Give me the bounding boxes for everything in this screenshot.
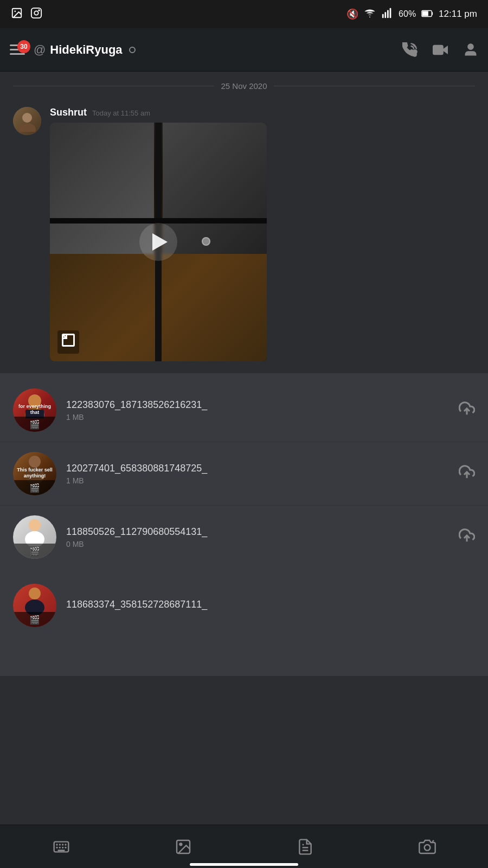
file-list: for everything that 🎬 122383076_18713852…: [0, 373, 488, 574]
film-icon: 🎬: [29, 483, 40, 493]
svg-rect-6: [382, 14, 384, 17]
image-icon: [11, 7, 23, 22]
svg-rect-11: [432, 12, 433, 15]
file-name: 122383076_187138526216231_: [66, 399, 449, 411]
call-icon[interactable]: [402, 42, 418, 58]
top-bar-actions: [402, 42, 478, 58]
signal-icon: [381, 7, 393, 22]
upload-button[interactable]: [459, 527, 475, 547]
nav-indicator: [190, 863, 298, 866]
file-info: 118850526_112790680554131_ 0 MB: [66, 526, 449, 548]
message-header: Sushrut Today at 11:55 am: [50, 107, 475, 118]
svg-point-17: [18, 123, 36, 132]
video-call-icon[interactable]: [433, 42, 448, 58]
battery-icon: [421, 9, 433, 20]
message-content: Sushrut Today at 11:55 am: [50, 107, 475, 361]
upload-button[interactable]: [459, 464, 475, 484]
mute-icon: 🔇: [346, 8, 358, 20]
file-info: 120277401_658380881748725_ 1 MB: [66, 463, 449, 485]
play-triangle-icon: [152, 233, 168, 251]
svg-point-1: [14, 10, 16, 12]
thumb-overlay: 🎬: [13, 480, 56, 495]
svg-point-4: [38, 10, 40, 11]
status-bar-left: [11, 7, 42, 22]
avatar-image: [13, 107, 41, 135]
file-thumbnail: for everything that 🎬: [13, 388, 56, 432]
thumb-overlay: 🎬: [13, 612, 56, 627]
play-button[interactable]: [139, 223, 177, 261]
message-time: Today at 11:55 am: [92, 109, 150, 117]
camera-button[interactable]: [411, 831, 444, 863]
file-info: 118683374_358152728687111_: [66, 599, 475, 612]
online-dot: [129, 47, 136, 53]
file-item[interactable]: This fucker sell anything! 🎬 120277401_6…: [0, 442, 488, 506]
thumb-overlay: 🎬: [13, 417, 56, 432]
file-name: 118683374_358152728687111_: [66, 599, 475, 610]
svg-point-24: [29, 456, 41, 468]
svg-point-3: [34, 11, 38, 15]
top-bar: 30 @ HidekiRyuga: [0, 28, 488, 72]
file-size: 0 MB: [66, 540, 449, 548]
date-label: 25 Nov 2020: [221, 81, 267, 91]
svg-line-45: [432, 840, 434, 842]
svg-point-5: [369, 16, 370, 17]
film-icon: 🎬: [29, 615, 40, 625]
thumb-caption: for everything that: [13, 404, 56, 416]
svg-rect-7: [384, 12, 386, 18]
external-link-icon[interactable]: [57, 330, 79, 354]
file-size: 1 MB: [66, 476, 449, 485]
avatar: [13, 107, 41, 135]
film-icon: 🎬: [29, 546, 40, 557]
divider-line-left: [13, 86, 214, 86]
svg-point-46: [29, 588, 41, 599]
file-item-partial[interactable]: 🎬 118683374_358152728687111_: [0, 574, 488, 676]
message-group: Sushrut Today at 11:55 am: [0, 100, 488, 368]
svg-point-15: [468, 44, 473, 49]
notification-badge: 30: [17, 40, 30, 53]
svg-marker-13: [443, 47, 447, 53]
bottom-toolbar: [0, 825, 488, 868]
file-info: 122383076_187138526216231_ 1 MB: [66, 399, 449, 422]
film-icon: 🎬: [29, 419, 40, 430]
file-size: 1 MB: [66, 413, 449, 422]
svg-rect-12: [422, 11, 428, 16]
video-thumbnail[interactable]: [50, 123, 267, 361]
svg-point-44: [424, 845, 430, 851]
svg-point-27: [29, 519, 41, 531]
file-name: 118850526_112790680554131_: [66, 526, 449, 538]
file-thumbnail: 🎬: [13, 584, 56, 627]
svg-rect-14: [433, 45, 443, 54]
file-item[interactable]: for everything that 🎬 122383076_18713852…: [0, 379, 488, 442]
svg-point-41: [179, 843, 182, 845]
file-button[interactable]: [289, 831, 322, 863]
thumb-caption: This fucker sell anything!: [13, 467, 56, 479]
svg-point-16: [22, 113, 32, 123]
divider-line-right: [274, 86, 475, 86]
wifi-icon: [364, 7, 376, 22]
message-author: Sushrut: [50, 107, 87, 118]
clock: 12:11 pm: [439, 9, 477, 20]
message-area: Sushrut Today at 11:55 am: [0, 100, 488, 373]
date-divider: 25 Nov 2020: [0, 72, 488, 100]
menu-button[interactable]: 30: [10, 44, 25, 55]
file-name: 120277401_658380881748725_: [66, 463, 449, 474]
channel-name-text: HidekiRyuga: [50, 43, 122, 57]
keyboard-button[interactable]: [45, 831, 78, 863]
profile-icon[interactable]: [463, 42, 478, 58]
thumb-overlay: 🎬: [13, 544, 56, 559]
svg-rect-9: [390, 8, 391, 17]
file-thumbnail: 🎬: [13, 515, 56, 559]
upload-button[interactable]: [459, 400, 475, 420]
status-bar-right: 🔇 60% 12:11 pm: [346, 7, 477, 22]
at-symbol: @: [34, 43, 46, 57]
svg-rect-2: [31, 8, 41, 17]
instagram-icon: [30, 7, 42, 22]
status-bar: 🔇 60% 12:11 pm: [0, 0, 488, 28]
channel-name[interactable]: @ HidekiRyuga: [34, 43, 402, 57]
battery-percent: 60%: [399, 9, 416, 19]
file-item[interactable]: 🎬 118850526_112790680554131_ 0 MB: [0, 506, 488, 569]
file-thumbnail: This fucker sell anything! 🎬: [13, 452, 56, 495]
svg-rect-8: [387, 10, 389, 18]
gallery-button[interactable]: [167, 831, 200, 863]
